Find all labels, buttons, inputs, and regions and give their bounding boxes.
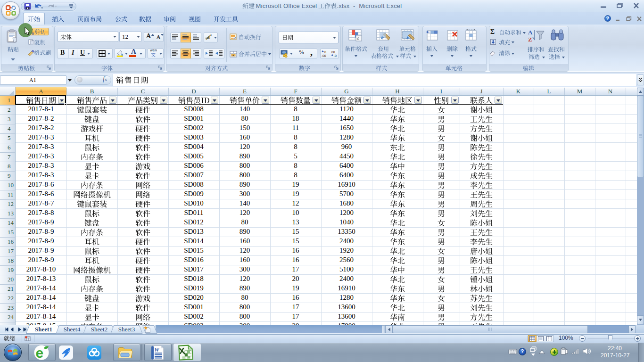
svg-text:W: W (154, 346, 160, 353)
svg-text:e: e (36, 345, 44, 361)
